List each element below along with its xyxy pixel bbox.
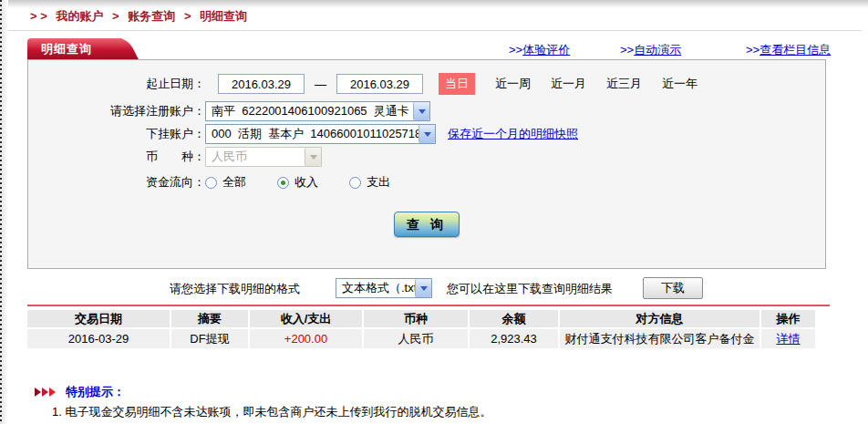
download-result-label: 您可以在这里下载查询明细结果 xyxy=(447,281,613,297)
currency-label: 币 种： xyxy=(36,149,205,165)
radio-icon[interactable] xyxy=(277,177,289,189)
link-marker: >> xyxy=(746,43,760,57)
date-from-input[interactable] xyxy=(218,74,305,94)
fund-flow-label: 资金流向： xyxy=(36,174,205,191)
flow-option-label: 收入 xyxy=(294,174,318,191)
date-dash: — xyxy=(315,78,326,91)
col-header-amount: 收入/支出 xyxy=(250,310,362,327)
registered-account-value: 南平 6222001406100921065 灵通卡 xyxy=(206,103,413,119)
link-marker: >> xyxy=(509,43,522,57)
table-top-divider xyxy=(27,305,830,306)
range-last-year[interactable]: 近一年 xyxy=(662,76,698,92)
range-last-month[interactable]: 近一月 xyxy=(551,76,586,92)
radio-icon[interactable] xyxy=(349,177,361,189)
breadcrumb-item-account-query[interactable]: 账务查询 xyxy=(128,9,175,23)
radio-icon[interactable] xyxy=(205,177,217,189)
col-header-date: 交易日期 xyxy=(27,310,170,327)
sub-account-label: 下挂账户： xyxy=(36,126,205,142)
cell-balance: 2,923.43 xyxy=(470,329,558,348)
range-last-week[interactable]: 近一周 xyxy=(495,76,531,92)
currency-value: 人民币 xyxy=(206,149,305,165)
table-row: 2016-03-29 DF提现 +200.00 人民币 2,923.43 财付通… xyxy=(27,329,815,348)
date-range-row: 起止日期： — 当日 近一周 近一月 近三月 近一年 xyxy=(36,73,698,95)
link-label: 体验评价 xyxy=(522,43,570,57)
left-dashed-border xyxy=(0,0,2,424)
download-row: 请您选择下载明细的格式 文本格式（.txt） 您可以在这里下载查询明细结果 下载 xyxy=(0,277,868,299)
col-header-balance: 余额 xyxy=(470,310,558,327)
download-button[interactable]: 下载 xyxy=(643,277,703,299)
cell-counterparty: 财付通支付科技有限公司客户备付金 xyxy=(560,329,760,348)
breadcrumb-separator-icon: > xyxy=(184,9,191,23)
dropdown-arrow-icon xyxy=(305,148,321,166)
currency-select-disabled: 人民币 xyxy=(205,147,322,167)
fund-flow-row: 资金流向： 全部 收入 支出 xyxy=(36,171,390,193)
breadcrumb-separator-icon: > xyxy=(112,9,119,23)
col-header-summary: 摘要 xyxy=(171,310,248,327)
view-column-info-link[interactable]: >>查看栏目信息 xyxy=(746,42,831,58)
registered-account-label: 请选择注册账户： xyxy=(36,103,205,119)
sub-account-select[interactable]: 000 活期 基本户 1406600101102571848 xyxy=(205,124,436,144)
auto-demo-link[interactable]: >>自动演示 xyxy=(620,42,681,58)
cell-summary: DF提现 xyxy=(171,329,248,348)
tab-title: 明细查询 xyxy=(27,38,122,59)
notice-item: 1. 电子现金交易明细不含未达账项，即未包含商户还未上传到我行的脱机交易信息。 xyxy=(52,404,491,420)
cell-date: 2016-03-29 xyxy=(27,329,170,348)
top-gradient xyxy=(0,0,868,8)
query-form-panel: 起止日期： — 当日 近一周 近一月 近三月 近一年 请选择注册账户： 南平 6… xyxy=(27,59,826,269)
flow-radio-all[interactable]: 全部 xyxy=(205,174,246,191)
table-header-row: 交易日期 摘要 收入/支出 币种 余额 对方信息 操作 xyxy=(27,310,815,327)
notice-arrows-icon xyxy=(35,388,56,397)
link-label: 查看栏目信息 xyxy=(760,43,831,57)
link-marker: >> xyxy=(620,43,634,57)
range-last-quarter[interactable]: 近三月 xyxy=(606,76,642,92)
registered-account-row: 请选择注册账户： 南平 6222001406100921065 灵通卡 xyxy=(36,100,430,122)
dropdown-arrow-icon[interactable] xyxy=(415,279,431,297)
sub-account-value: 000 活期 基本户 1406600101102571848 xyxy=(206,126,418,142)
flow-radio-expense[interactable]: 支出 xyxy=(349,174,390,191)
date-to-input[interactable] xyxy=(336,74,423,94)
flow-radio-income[interactable]: 收入 xyxy=(277,174,318,191)
dropdown-arrow-icon[interactable] xyxy=(413,102,429,120)
page: > > 我的账户 > 账务查询 > 明细查询 明细查询 >>体验评价 >>自动演… xyxy=(0,0,868,424)
date-range-label: 起止日期： xyxy=(36,76,205,92)
download-format-label: 请您选择下载明细的格式 xyxy=(170,281,300,297)
transaction-table: 交易日期 摘要 收入/支出 币种 余额 对方信息 操作 2016-03-29 D… xyxy=(26,308,817,350)
breadcrumb: > > 我的账户 > 账务查询 > 明细查询 xyxy=(30,8,253,25)
breadcrumb-item-detail-query[interactable]: 明细查询 xyxy=(200,9,247,23)
sub-account-row: 下挂账户： 000 活期 基本户 1406600101102571848 保存近… xyxy=(36,123,578,145)
registered-account-select[interactable]: 南平 6222001406100921065 灵通卡 xyxy=(205,101,430,121)
col-header-currency: 币种 xyxy=(364,310,468,327)
col-header-action: 操作 xyxy=(761,310,815,327)
flow-option-label: 支出 xyxy=(367,174,390,191)
col-header-counterparty: 对方信息 xyxy=(560,310,760,327)
save-monthly-snapshot-link[interactable]: 保存近一个月的明细快照 xyxy=(448,126,578,142)
download-format-select[interactable]: 文本格式（.txt） xyxy=(336,278,432,298)
today-button[interactable]: 当日 xyxy=(439,73,475,95)
detail-link[interactable]: 详情 xyxy=(777,332,801,346)
currency-row: 币 种： 人民币 xyxy=(36,146,322,168)
query-button[interactable]: 查 询 xyxy=(394,212,460,237)
flow-option-label: 全部 xyxy=(222,174,246,191)
breadcrumb-divider xyxy=(8,30,862,31)
dropdown-arrow-icon[interactable] xyxy=(418,125,435,143)
breadcrumb-item-my-account[interactable]: 我的账户 xyxy=(56,9,103,23)
experience-feedback-link[interactable]: >>体验评价 xyxy=(509,42,570,58)
download-format-value: 文本格式（.txt） xyxy=(336,280,415,296)
cell-amount: +200.00 xyxy=(250,329,362,348)
notice-title: 特别提示： xyxy=(66,384,125,400)
cell-currency: 人民币 xyxy=(364,329,468,348)
link-label: 自动演示 xyxy=(634,43,681,57)
detail-query-tab: 明细查询 xyxy=(27,38,122,59)
breadcrumb-marker-icon: > > xyxy=(30,9,47,23)
